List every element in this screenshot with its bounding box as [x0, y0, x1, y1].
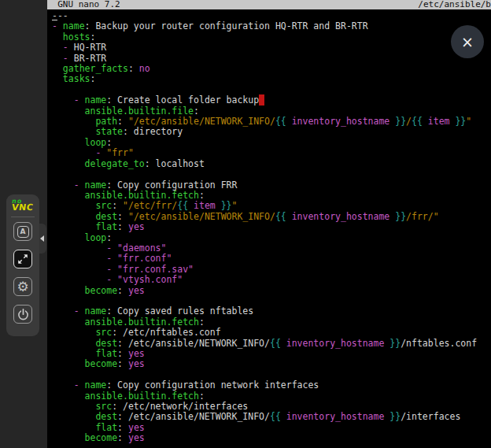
code-line: flat: yes [52, 222, 491, 232]
code-line: src: /etc/nftables.conf [52, 328, 491, 338]
code-line: dest: /etc/ansible/NETWORK_INFO/{{ inven… [52, 339, 491, 349]
code-line: become: yes [52, 286, 491, 296]
code-line: - name: Create local folder backup [52, 95, 491, 106]
code-line: become: yes [52, 433, 491, 443]
novnc-logo: no VNC [12, 198, 33, 211]
fullscreen-button[interactable] [13, 250, 32, 268]
code-line: src: /etc/network/interfaces [52, 402, 491, 412]
keyboard-a-icon: A [17, 226, 29, 238]
fullscreen-icon [17, 253, 29, 265]
code-line: hosts: [52, 32, 491, 43]
code-line: - name: Copy configuration network inter… [52, 380, 491, 391]
toolbar-divider [11, 217, 35, 217]
terminal-body: ---- name: Backup your router configurat… [47, 9, 491, 444]
code-line: - BR-RTR [52, 54, 491, 64]
code-line: ansible.builtin.fetch: [52, 317, 491, 328]
code-line: - HQ-RTR [52, 43, 491, 53]
code-line: ansible.builtin.fetch: [52, 391, 491, 402]
code-line: dest: /etc/ansible/NETWORK_INFO/{{ inven… [52, 412, 491, 422]
nano-version-label: GNU nano 7.2 [47, 0, 120, 9]
close-button[interactable]: × [451, 25, 484, 58]
code-line: - "frr" [52, 148, 491, 158]
code-line: - name: Copy saved rules nftables [52, 306, 491, 317]
code-line: flat: yes [52, 349, 491, 359]
novnc-logo-vnc: VNC [12, 205, 34, 211]
terminal-window[interactable]: GNU nano 7.2 /etc/ansible/b ---- name: B… [47, 0, 491, 448]
code-line: loop: [52, 233, 491, 243]
code-line [52, 370, 491, 380]
code-line: gather_facts: no [52, 64, 491, 74]
code-line [52, 296, 491, 306]
code-line: become: yes [52, 359, 491, 369]
close-icon: × [461, 33, 474, 50]
code-line: - "frr.conf.sav" [52, 265, 491, 275]
chevron-left-icon [40, 235, 44, 242]
code-line: path: "/etc/ansible/NETWORK_INFO/{{ inve… [52, 117, 491, 127]
code-line: --- [52, 11, 491, 21]
nano-titlebar: GNU nano 7.2 /etc/ansible/b [47, 0, 491, 9]
gear-icon: ⚙ [17, 280, 28, 294]
settings-button[interactable]: ⚙ [13, 277, 32, 296]
vnc-control-bar: no VNC A ⚙ [6, 194, 39, 336]
code-line: - name: Copy configuration FRR [52, 180, 491, 191]
keyboard-button[interactable]: A [13, 222, 32, 241]
code-line: - "vtysh.conf" [52, 275, 491, 285]
code-line: loop: [52, 138, 491, 148]
code-line: delegate_to: localhost [52, 159, 491, 169]
code-line [52, 169, 491, 180]
nano-filename: /etc/ansible/b [418, 0, 491, 9]
code-line: ansible.builtin.fetch: [52, 191, 491, 201]
code-line: src: "/etc/frr/{{ item }}" [52, 201, 491, 211]
code-line: state: directory [52, 127, 491, 137]
disconnect-button[interactable] [13, 305, 32, 324]
code-line: - "daemons" [52, 243, 491, 254]
text-cursor [259, 94, 264, 106]
code-line: dest: "/etc/ansible/NETWORK_INFO/{{ inve… [52, 212, 491, 222]
code-line [52, 85, 491, 95]
code-line: - name: Backup your router configuration… [52, 21, 491, 31]
code-line: flat: yes [52, 423, 491, 433]
code-line: - "frr.conf" [52, 254, 491, 264]
power-icon [17, 308, 30, 321]
code-line: ansible.builtin.file: [52, 106, 491, 117]
code-line: tasks: [52, 74, 491, 84]
